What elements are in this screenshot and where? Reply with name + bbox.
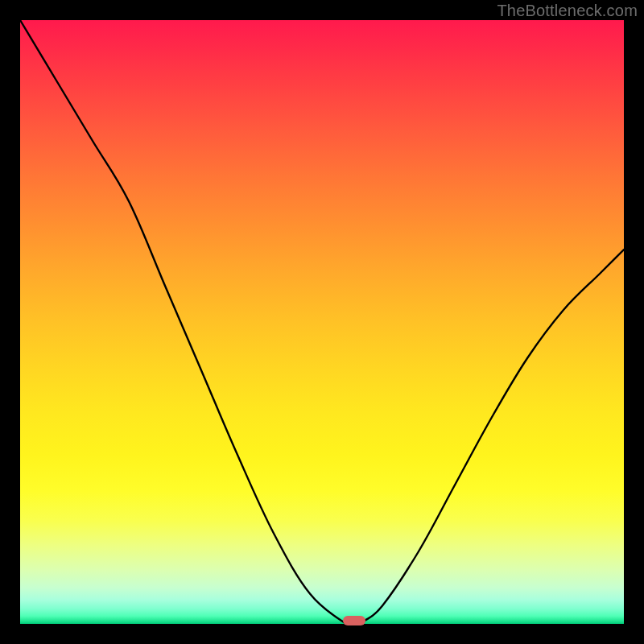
optimal-marker (343, 616, 365, 625)
watermark-text: TheBottleneck.com (497, 2, 638, 20)
chart-frame: TheBottleneck.com (0, 0, 644, 644)
bottleneck-curve (20, 20, 624, 624)
plot-area (20, 20, 624, 624)
